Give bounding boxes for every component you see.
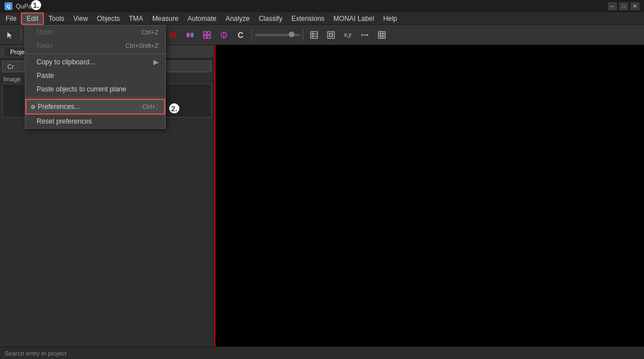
menu-file[interactable]: File	[1, 14, 21, 24]
svg-rect-11	[208, 36, 210, 38]
menu-tools[interactable]: Tools	[44, 14, 69, 24]
menu-sep-2	[25, 97, 165, 98]
main-view	[214, 45, 644, 347]
menu-view[interactable]: View	[69, 14, 92, 24]
preferences-label: Preferences...	[38, 103, 80, 111]
brightness-slider[interactable]	[255, 34, 300, 36]
n-tool[interactable]: N	[165, 27, 181, 43]
menu-bar: File Edit Tools View Objects TMA Measure…	[0, 12, 644, 25]
menu-copy[interactable]: Copy to clipboard... ▶	[25, 55, 165, 69]
svg-rect-19	[329, 33, 333, 37]
maximize-button[interactable]: □	[619, 2, 628, 10]
svg-rect-7	[191, 33, 193, 37]
menu-tma[interactable]: TMA	[125, 14, 148, 24]
step-1-annotation: 1.	[31, 0, 41, 10]
menu-monai[interactable]: MONAI Label	[329, 14, 378, 24]
undo-label: Undo	[37, 28, 53, 36]
paste-objects-label: Paste objects to current plane	[37, 85, 126, 93]
ruler-tool[interactable]	[357, 27, 373, 43]
table-tool[interactable]	[306, 27, 322, 43]
w-tool[interactable]	[182, 27, 198, 43]
menu-measure[interactable]: Measure	[148, 14, 183, 24]
search-hint: Search entry in project	[5, 350, 67, 357]
svg-rect-23	[378, 32, 385, 38]
menu-undo[interactable]: Undo Ctrl+Z	[25, 25, 165, 39]
menu-paste-objects[interactable]: Paste objects to current plane	[25, 82, 165, 96]
title-bar: Q QuPath ─ □ ✕	[0, 0, 644, 12]
step-2-annotation: 2.	[169, 103, 179, 113]
toolbar-separator-4	[252, 29, 252, 41]
grid-tool[interactable]	[199, 27, 215, 43]
coords-tool[interactable]: x,y	[340, 27, 356, 43]
pointer-tool[interactable]	[2, 27, 18, 43]
svg-rect-10	[204, 36, 206, 38]
undo-shortcut: Ctrl+Z	[142, 29, 158, 36]
copy-arrow: ▶	[153, 58, 158, 66]
minimize-button[interactable]: ─	[608, 2, 617, 10]
reset-preferences-label: Reset preferences	[37, 117, 92, 125]
menu-sep-1	[25, 54, 165, 54]
redo-shortcut: Ctrl+Shift+Z	[125, 42, 158, 49]
menu-preferences[interactable]: ⚙ Preferences... Ctrl+,	[25, 99, 165, 115]
edit-dropdown-menu: Undo Ctrl+Z Redo Ctrl+Shift+Z Copy to cl…	[25, 25, 166, 129]
bottom-bar: Search entry in project	[0, 347, 644, 359]
split-tool[interactable]	[216, 27, 232, 43]
toolbar-separator-5	[303, 29, 303, 41]
menu-help[interactable]: Help	[378, 14, 402, 24]
paste-label: Paste	[37, 72, 54, 80]
menu-reset-preferences[interactable]: Reset preferences	[25, 115, 165, 128]
menu-automate[interactable]: Automate	[183, 14, 221, 24]
app-icon: Q	[5, 2, 12, 10]
grid2-tool[interactable]	[374, 27, 390, 43]
menu-edit[interactable]: Edit	[21, 12, 44, 25]
close-button[interactable]: ✕	[630, 2, 639, 10]
menu-classify[interactable]: Classify	[254, 14, 287, 24]
menu-extensions[interactable]: Extensions	[287, 14, 329, 24]
menu-redo[interactable]: Redo Ctrl+Shift+Z	[25, 39, 165, 52]
copy-label: Copy to clipboard...	[37, 58, 95, 66]
overview-tool[interactable]	[323, 27, 339, 43]
c-tool[interactable]: C	[233, 27, 249, 43]
preferences-shortcut: Ctrl+,	[142, 103, 157, 110]
menu-analyze[interactable]: Analyze	[221, 14, 254, 24]
menu-objects[interactable]: Objects	[92, 14, 125, 24]
redo-label: Redo	[37, 42, 53, 50]
title-bar-controls: ─ □ ✕	[608, 2, 639, 10]
menu-paste[interactable]: Paste	[25, 69, 165, 82]
toolbar-separator-1	[21, 29, 21, 41]
preferences-icon: ⚙	[29, 103, 37, 111]
svg-rect-6	[187, 33, 189, 37]
svg-rect-14	[311, 32, 317, 38]
svg-rect-9	[208, 32, 210, 34]
svg-rect-8	[204, 32, 206, 34]
